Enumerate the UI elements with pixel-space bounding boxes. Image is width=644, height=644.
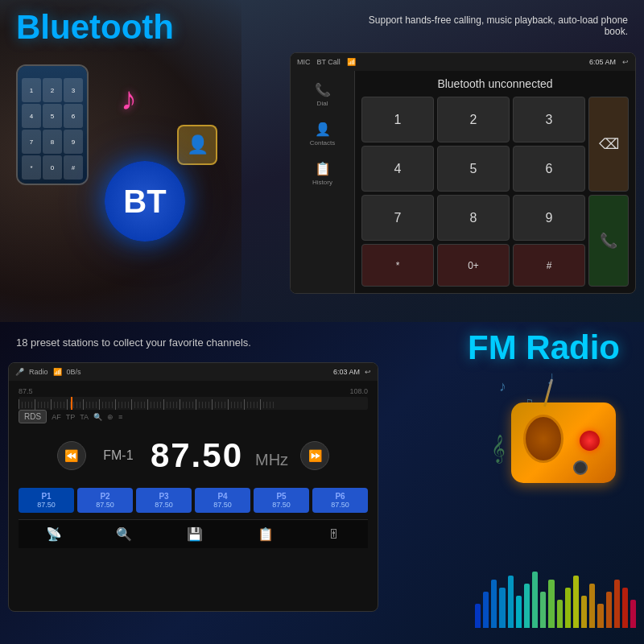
tuner-tick bbox=[183, 402, 184, 408]
eq-bar bbox=[622, 588, 628, 628]
tuner-tick bbox=[170, 402, 171, 408]
tuner-tick bbox=[273, 402, 274, 408]
contacts-button[interactable]: 👤 Contacts bbox=[295, 117, 351, 151]
phone-mockup: 1 2 3 4 5 6 7 8 9 * 0 # bbox=[16, 64, 89, 185]
prev-station-button[interactable]: ⏪ bbox=[57, 441, 86, 470]
key-7[interactable]: 7 bbox=[361, 195, 434, 241]
radio-illustration bbox=[499, 386, 628, 499]
contacts-icon: 👤 bbox=[315, 122, 331, 137]
key-star[interactable]: * bbox=[361, 244, 434, 287]
bt-main-area: Bluetooth unconnected 1 2 3 ⌫ 4 5 6 7 8 … bbox=[355, 71, 635, 293]
history-label: History bbox=[312, 179, 332, 186]
bluetooth-screen: MIC BT Call 📶 6:05 AM ↩ 📞 Dial 👤 Contact… bbox=[290, 52, 636, 294]
dial-label: Dial bbox=[317, 100, 328, 107]
fm-screen: 🎤 Radio 📶 0B/s 6:03 AM ↩ 87.5 108.0 RDS … bbox=[8, 362, 378, 612]
preset-name: P1 bbox=[21, 492, 72, 501]
tuner-tick bbox=[241, 402, 242, 408]
phone-key: 5 bbox=[43, 104, 62, 128]
search-button[interactable]: 🔍 bbox=[93, 413, 102, 421]
next-station-button[interactable]: ⏩ bbox=[300, 441, 329, 470]
key-8[interactable]: 8 bbox=[437, 195, 510, 241]
tuner-tick bbox=[89, 402, 90, 408]
tuner-tick bbox=[141, 402, 142, 408]
tuner-tick bbox=[80, 402, 80, 408]
menu-button[interactable]: ≡ bbox=[118, 413, 122, 421]
tuner-tick bbox=[96, 402, 97, 408]
phone-screen: 1 2 3 4 5 6 7 8 9 * 0 # bbox=[18, 66, 87, 184]
eq-bar bbox=[516, 596, 522, 628]
history-button[interactable]: 📋 History bbox=[295, 156, 351, 191]
tp-button[interactable]: TP bbox=[66, 413, 76, 421]
tuner-tick bbox=[160, 402, 161, 408]
tuner-tick bbox=[173, 402, 174, 408]
bluetooth-status: Bluetooth unconnected bbox=[361, 77, 629, 90]
support-text: Support hands-free calling, music playba… bbox=[346, 14, 628, 37]
tuner-tick bbox=[115, 399, 116, 410]
preset-button-1[interactable]: P187.50 bbox=[19, 488, 74, 513]
tuner-track[interactable] bbox=[19, 397, 368, 410]
tuner-tick bbox=[250, 402, 251, 408]
radio-label: Radio bbox=[29, 368, 48, 376]
tuner-tick bbox=[176, 402, 177, 408]
freq-max: 108.0 bbox=[349, 387, 368, 395]
preset-name: P3 bbox=[138, 492, 189, 501]
key-6[interactable]: 6 bbox=[513, 146, 585, 192]
af-button[interactable]: AF bbox=[52, 413, 61, 421]
eq-bar bbox=[573, 576, 579, 628]
key-0[interactable]: 0+ bbox=[437, 244, 510, 287]
tuner-tick bbox=[205, 402, 206, 408]
ta-button[interactable]: TA bbox=[80, 413, 89, 421]
tuner-tick bbox=[163, 399, 164, 410]
search-nav[interactable]: 🔍 bbox=[116, 526, 132, 542]
phone-key: 3 bbox=[64, 78, 83, 102]
tuner-tick bbox=[147, 399, 148, 410]
tuner-tick bbox=[19, 399, 19, 410]
equalizer-nav[interactable]: 🎚 bbox=[328, 527, 341, 542]
preset-button-4[interactable]: P487.50 bbox=[195, 488, 250, 513]
bt-screen-content: 📞 Dial 👤 Contacts 📋 History Bluetooth un… bbox=[291, 71, 635, 293]
dial-button[interactable]: 📞 Dial bbox=[295, 77, 351, 112]
phone-key: * bbox=[22, 155, 41, 180]
tuner-tick bbox=[128, 402, 129, 408]
tuner-tick bbox=[154, 402, 155, 408]
tuner-tick bbox=[93, 402, 93, 408]
tuner-tick bbox=[215, 402, 216, 408]
key-call[interactable]: 📞 bbox=[588, 195, 629, 287]
key-backspace[interactable]: ⌫ bbox=[588, 97, 629, 192]
eq-bar bbox=[475, 604, 481, 628]
phone-key: 4 bbox=[22, 104, 41, 128]
tuner-tick bbox=[76, 402, 77, 408]
radio-knob bbox=[573, 460, 588, 475]
mic-indicator: 🎤 bbox=[15, 368, 24, 376]
tuner-tick bbox=[31, 402, 32, 408]
clock: 6:05 AM bbox=[589, 58, 616, 66]
tuner-tick bbox=[196, 399, 196, 410]
eq-bar bbox=[597, 604, 603, 628]
tuner-tick bbox=[186, 402, 187, 408]
rds-controls-row: RDS AF TP TA 🔍 ⊕ ≡ bbox=[19, 410, 368, 423]
add-button[interactable]: ⊕ bbox=[107, 413, 114, 421]
key-hash[interactable]: # bbox=[513, 244, 585, 287]
tuner-tick bbox=[86, 402, 87, 408]
preset-button-3[interactable]: P387.50 bbox=[136, 488, 192, 513]
playlist-nav[interactable]: 📋 bbox=[258, 526, 274, 542]
tuner-tick bbox=[131, 399, 132, 410]
key-3[interactable]: 3 bbox=[513, 97, 585, 142]
eq-bar bbox=[491, 580, 497, 628]
preset-button-2[interactable]: P287.50 bbox=[77, 488, 133, 513]
key-1[interactable]: 1 bbox=[361, 97, 434, 142]
key-9[interactable]: 9 bbox=[513, 195, 585, 241]
preset-freq: 87.50 bbox=[21, 501, 72, 509]
key-2[interactable]: 2 bbox=[437, 97, 510, 142]
preset-button-6[interactable]: P687.50 bbox=[312, 488, 368, 513]
save-nav[interactable]: 💾 bbox=[187, 526, 203, 542]
preset-button-5[interactable]: P587.50 bbox=[254, 488, 309, 513]
bluetooth-button[interactable]: BT bbox=[105, 161, 185, 242]
eq-bar bbox=[581, 596, 587, 628]
tuner-tick bbox=[41, 402, 42, 408]
key-5[interactable]: 5 bbox=[437, 146, 510, 192]
key-4[interactable]: 4 bbox=[361, 146, 434, 192]
phone-key: 7 bbox=[22, 130, 41, 154]
home-nav[interactable]: 📡 bbox=[46, 526, 62, 542]
tuner-tick bbox=[260, 399, 261, 410]
